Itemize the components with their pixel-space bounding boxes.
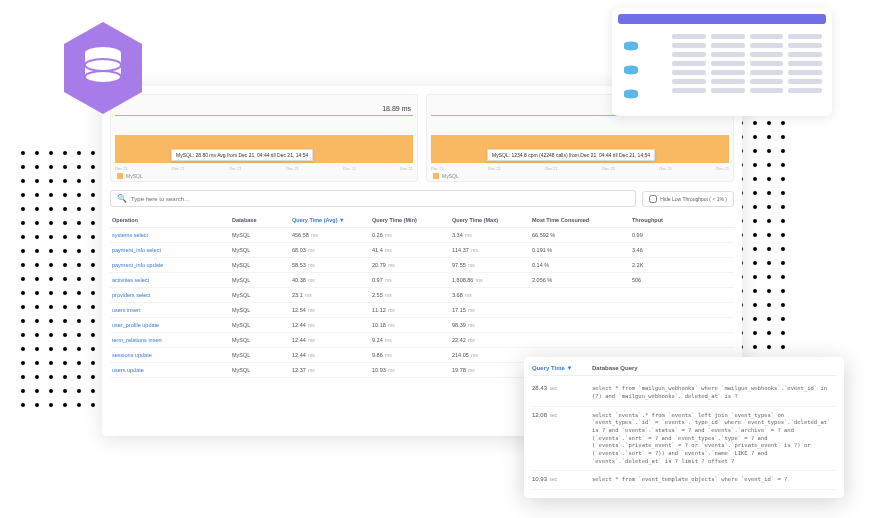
- col-query-time[interactable]: Query Time ▼: [532, 365, 592, 371]
- db-cell: MySQL: [232, 247, 292, 253]
- avg-cell: 12.44 ms: [292, 322, 372, 328]
- avg-cell: 12.44 ms: [292, 352, 372, 358]
- chart-tooltip: MySQL: 1234.8 cpm (42248 calls) from Dec…: [487, 149, 655, 161]
- avg-cell: 23.1 ms: [292, 292, 372, 298]
- table-row[interactable]: systems selectMySQL456.58 ms0.26 ms3.34 …: [110, 228, 734, 243]
- search-box[interactable]: 🔍: [110, 190, 636, 207]
- avg-cell: 12.54 ms: [292, 307, 372, 313]
- query-sql-cell: select * from `event_template_objects` w…: [592, 476, 787, 484]
- avg-cell: 12.44 ms: [292, 337, 372, 343]
- col-most-time[interactable]: Most Time Consumed: [532, 217, 632, 223]
- table-header: Operation Database Query Time (Avg) ▼ Qu…: [110, 213, 734, 228]
- search-input[interactable]: [131, 196, 629, 202]
- pct-cell: 0.191 %: [532, 247, 632, 253]
- col-query-time-avg[interactable]: Query Time (Avg) ▼: [292, 217, 372, 223]
- query-time-cell: 12.08 sec: [532, 412, 592, 466]
- tp-cell: 3.46: [632, 247, 702, 253]
- tp-cell: 2.2K: [632, 262, 702, 268]
- min-cell: 10.18 ms: [372, 322, 452, 328]
- db-cell: MySQL: [232, 232, 292, 238]
- db-cell: MySQL: [232, 277, 292, 283]
- hide-low-throughput-toggle[interactable]: Hide Low Throughput ( < 1% ): [642, 191, 734, 207]
- table-row[interactable]: providers selectMySQL23.1 ms2.55 ms3.68 …: [110, 288, 734, 303]
- tp-cell: 0.99: [632, 232, 702, 238]
- query-row[interactable]: 12.08 secselect `events`.* from `events`…: [532, 407, 836, 472]
- max-cell: 214.05 ms: [452, 352, 532, 358]
- min-cell: 2.55 ms: [372, 292, 452, 298]
- op-link[interactable]: systems select: [112, 232, 232, 238]
- hide-low-checkbox[interactable]: [649, 195, 657, 203]
- op-link[interactable]: users insert: [112, 307, 232, 313]
- col-throughput[interactable]: Throughput: [632, 217, 702, 223]
- min-cell: 10.93 ms: [372, 367, 452, 373]
- min-cell: 9.24 ms: [372, 337, 452, 343]
- op-link[interactable]: payment_info update: [112, 262, 232, 268]
- max-cell: 1,808.86 ms: [452, 277, 532, 283]
- query-sql-cell: select `events`.* from `events` left joi…: [592, 412, 836, 466]
- min-cell: 11.12 ms: [372, 307, 452, 313]
- avg-cell: 68.03 ms: [292, 247, 372, 253]
- op-link[interactable]: activities select: [112, 277, 232, 283]
- min-cell: 20.79 ms: [372, 262, 452, 268]
- db-cell: MySQL: [232, 337, 292, 343]
- table-row[interactable]: users insertMySQL12.54 ms11.12 ms17.15 m…: [110, 303, 734, 318]
- search-icon: 🔍: [117, 194, 127, 203]
- database-hex-icon: [58, 18, 148, 119]
- chart-legend: MySQL: [433, 173, 459, 179]
- db-cell: MySQL: [232, 352, 292, 358]
- min-cell: 0.26 ms: [372, 232, 452, 238]
- max-cell: 22.42 ms: [452, 337, 532, 343]
- pct-cell: 0.14 %: [532, 262, 632, 268]
- avg-cell: 58.53 ms: [292, 262, 372, 268]
- pct-cell: 2.056 %: [532, 277, 632, 283]
- chart-value: 18.89 ms: [382, 105, 411, 112]
- db-cell: MySQL: [232, 307, 292, 313]
- col-query-time-min[interactable]: Query Time (Min): [372, 217, 452, 223]
- db-cell: MySQL: [232, 292, 292, 298]
- query-sql-cell: select * from `mailgun_webhooks` where `…: [592, 385, 836, 400]
- op-link[interactable]: payment_info select: [112, 247, 232, 253]
- min-cell: 0.97 ms: [372, 277, 452, 283]
- col-operation[interactable]: Operation: [112, 217, 232, 223]
- min-cell: 9.86 ms: [372, 352, 452, 358]
- avg-cell: 12.37 ms: [292, 367, 372, 373]
- query-detail-panel: Query Time ▼ Database Query 28.43 secsel…: [524, 357, 844, 498]
- op-link[interactable]: providers select: [112, 292, 232, 298]
- op-link[interactable]: user_profile update: [112, 322, 232, 328]
- query-row[interactable]: 28.43 secselect * from `mailgun_webhooks…: [532, 380, 836, 406]
- op-link[interactable]: sessions update: [112, 352, 232, 358]
- table-row[interactable]: payment_info selectMySQL68.03 ms41.4 ms1…: [110, 243, 734, 258]
- operations-table: Operation Database Query Time (Avg) ▼ Qu…: [110, 213, 734, 378]
- avg-cell: 40.38 ms: [292, 277, 372, 283]
- col-database-query[interactable]: Database Query: [592, 365, 638, 371]
- min-cell: 41.4 ms: [372, 247, 452, 253]
- max-cell: 3.68 ms: [452, 292, 532, 298]
- chart-tooltip: MySQL: 28.80 ms Avg from Dec 21, 04:44 t…: [171, 149, 313, 161]
- query-row[interactable]: 10.93 secselect * from `event_template_o…: [532, 471, 836, 490]
- chart-legend: MySQL: [117, 173, 143, 179]
- avg-cell: 456.58 ms: [292, 232, 372, 238]
- query-time-cell: 28.43 sec: [532, 385, 592, 400]
- col-query-time-max[interactable]: Query Time (Max): [452, 217, 532, 223]
- table-row[interactable]: payment_info updateMySQL58.53 ms20.79 ms…: [110, 258, 734, 273]
- max-cell: 19.78 ms: [452, 367, 532, 373]
- max-cell: 17.15 ms: [452, 307, 532, 313]
- op-link[interactable]: term_relations insert: [112, 337, 232, 343]
- db-cell: MySQL: [232, 367, 292, 373]
- db-cell: MySQL: [232, 322, 292, 328]
- pct-cell: 66.592 %: [532, 232, 632, 238]
- table-row[interactable]: term_relations insertMySQL12.44 ms9.24 m…: [110, 333, 734, 348]
- max-cell: 98.39 ms: [452, 322, 532, 328]
- response-time-chart[interactable]: 18.89 ms MySQL: 28.80 ms Avg from Dec 21…: [110, 94, 418, 182]
- tp-cell: 506: [632, 277, 702, 283]
- schema-diagram-card: [612, 8, 832, 116]
- table-row[interactable]: user_profile updateMySQL12.44 ms10.18 ms…: [110, 318, 734, 333]
- max-cell: 97.55 ms: [452, 262, 532, 268]
- query-time-cell: 10.93 sec: [532, 476, 592, 484]
- db-cell: MySQL: [232, 262, 292, 268]
- max-cell: 3.34 ms: [452, 232, 532, 238]
- col-database[interactable]: Database: [232, 217, 292, 223]
- max-cell: 114.37 ms: [452, 247, 532, 253]
- op-link[interactable]: users update: [112, 367, 232, 373]
- table-row[interactable]: activities selectMySQL40.38 ms0.97 ms1,8…: [110, 273, 734, 288]
